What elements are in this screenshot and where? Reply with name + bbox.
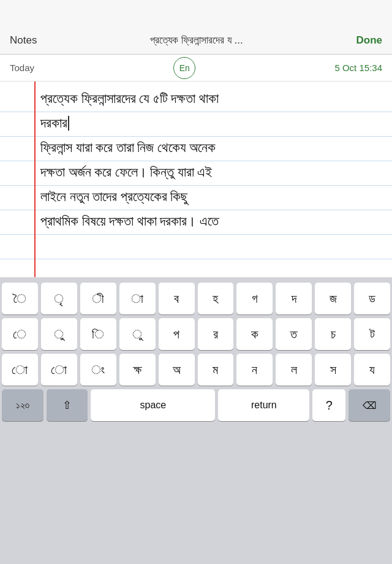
char-key[interactable]: ড: [354, 283, 390, 314]
char-key[interactable]: ৃ: [41, 283, 77, 314]
note-text-line2: দরকার: [40, 115, 69, 131]
char-key[interactable]: ু: [119, 318, 156, 350]
keyboard-row-1: ৈৃীাবহগদজড: [2, 283, 390, 314]
meta-bar: Today En 5 Oct 15:34: [0, 55, 392, 82]
char-key[interactable]: র: [198, 318, 234, 350]
char-key[interactable]: য: [354, 354, 390, 386]
back-notes-button[interactable]: Notes: [10, 34, 37, 47]
note-text-content: প্রত্যেক ফ্রিলান্সারদের যে ৫টি দক্ষতা থা…: [40, 86, 386, 234]
char-key[interactable]: স: [315, 354, 351, 386]
note-line: [0, 259, 392, 278]
char-key[interactable]: দ: [276, 283, 312, 314]
char-key[interactable]: ন: [236, 354, 273, 386]
timestamp: 5 Oct 15:34: [334, 63, 382, 73]
char-key[interactable]: ৈ: [2, 283, 38, 314]
char-key[interactable]: হ: [198, 283, 234, 314]
char-key[interactable]: চ: [315, 318, 351, 350]
note-text-line1: প্রত্যেক ফ্রিলান্সারদের যে ৫টি দক্ষতা থা…: [40, 91, 219, 106]
done-button[interactable]: Done: [356, 34, 382, 47]
question-key[interactable]: ?: [312, 389, 345, 421]
char-key[interactable]: প: [159, 318, 195, 350]
char-key[interactable]: ে: [2, 318, 38, 350]
char-key[interactable]: ল: [276, 354, 312, 386]
char-key[interactable]: গ: [236, 283, 273, 314]
char-key[interactable]: ক: [236, 318, 273, 350]
char-key[interactable]: ক্ষ: [119, 354, 156, 386]
char-key[interactable]: ি: [80, 318, 116, 350]
keyboard-row-bottom: ১২৩ ⇧ space return ? ⌫: [2, 389, 390, 421]
note-text-line4: দক্ষতা অর্জন করে ফেলে। কিন্তু যারা এই: [40, 164, 212, 180]
char-key[interactable]: ত: [276, 318, 312, 350]
note-title: প্রত্যেক ফ্রিলান্সারদের য ...: [150, 34, 243, 47]
note-text-line3: ফ্রিলান্স যারা করে তারা নিজ থেকেয অনেক: [40, 140, 216, 155]
text-cursor: [68, 116, 69, 131]
char-key[interactable]: ং: [80, 354, 116, 386]
space-key[interactable]: space: [91, 389, 215, 421]
char-key[interactable]: ম: [198, 354, 234, 386]
keyboard: ৈৃীাবহগদজড েুিুপরকতচট োোংক্ষঅমনলসয ১২৩ ⇧…: [0, 278, 392, 498]
delete-key[interactable]: ⌫: [349, 389, 390, 421]
app-header: Notes প্রত্যেক ফ্রিলান্সারদের য ... Done: [0, 0, 392, 55]
date-today: Today: [10, 63, 34, 73]
note-line: [0, 235, 392, 259]
char-key[interactable]: ব: [159, 283, 195, 314]
char-key[interactable]: া: [119, 283, 156, 314]
note-text-line6: প্রাথমিক বিষয়ে দক্ষতা থাকা দরকার। এতে: [40, 213, 219, 229]
language-selector[interactable]: En: [173, 57, 195, 79]
note-content-area[interactable]: প্রত্যেক ফ্রিলান্সারদের যে ৫টি দক্ষতা থা…: [0, 82, 392, 278]
char-key[interactable]: ো: [41, 354, 77, 386]
shift-key[interactable]: ⇧: [47, 389, 88, 421]
char-key[interactable]: ট: [354, 318, 390, 350]
num-key[interactable]: ১২৩: [2, 389, 43, 421]
char-key[interactable]: ো: [2, 354, 38, 386]
char-key[interactable]: অ: [159, 354, 195, 386]
note-text-line5: লাইনে নতুন তাদের প্রত্যেকের কিছু: [40, 189, 187, 204]
keyboard-row-3: োোংক্ষঅমনলসয: [2, 354, 390, 386]
char-key[interactable]: ু: [41, 318, 77, 350]
return-key[interactable]: return: [218, 389, 309, 421]
keyboard-row-2: েুিুপরকতচট: [2, 318, 390, 350]
char-key[interactable]: জ: [315, 283, 351, 314]
char-key[interactable]: ী: [80, 283, 116, 314]
